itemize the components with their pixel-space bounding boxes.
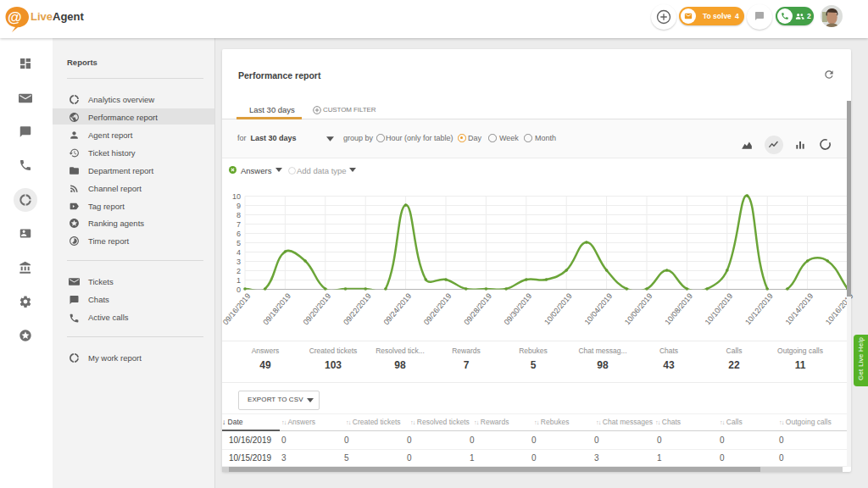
svg-text:09/16/2019: 09/16/2019 xyxy=(222,291,253,326)
svg-text:10: 10 xyxy=(232,192,241,201)
svg-text:09/30/2019: 09/30/2019 xyxy=(503,291,534,326)
svg-text:10/12/2019: 10/12/2019 xyxy=(743,291,775,326)
svg-text:09/24/2019: 09/24/2019 xyxy=(382,291,414,326)
svg-text:09/28/2019: 09/28/2019 xyxy=(462,291,493,326)
svg-text:10/10/2019: 10/10/2019 xyxy=(704,291,735,326)
svg-text:09/22/2019: 09/22/2019 xyxy=(342,291,373,326)
svg-text:4: 4 xyxy=(236,248,241,257)
svg-text:10/04/2019: 10/04/2019 xyxy=(583,291,615,326)
svg-text:7: 7 xyxy=(236,220,241,229)
svg-text:3: 3 xyxy=(236,258,241,266)
svg-text:@: @ xyxy=(8,9,22,25)
svg-text:09/26/2019: 09/26/2019 xyxy=(422,291,453,326)
svg-text:9: 9 xyxy=(236,202,241,210)
svg-text:09/18/2019: 09/18/2019 xyxy=(261,291,292,326)
svg-text:10/02/2019: 10/02/2019 xyxy=(542,291,574,326)
svg-text:2: 2 xyxy=(236,267,241,275)
svg-text:5: 5 xyxy=(236,239,241,247)
svg-text:1: 1 xyxy=(236,276,241,285)
svg-text:09/20/2019: 09/20/2019 xyxy=(302,291,333,326)
svg-text:10/14/2019: 10/14/2019 xyxy=(784,291,815,326)
svg-text:10/06/2019: 10/06/2019 xyxy=(623,291,654,326)
svg-text:6: 6 xyxy=(236,230,241,238)
svg-text:0: 0 xyxy=(236,286,241,294)
svg-text:10/08/2019: 10/08/2019 xyxy=(663,291,694,326)
svg-text:8: 8 xyxy=(236,211,241,219)
